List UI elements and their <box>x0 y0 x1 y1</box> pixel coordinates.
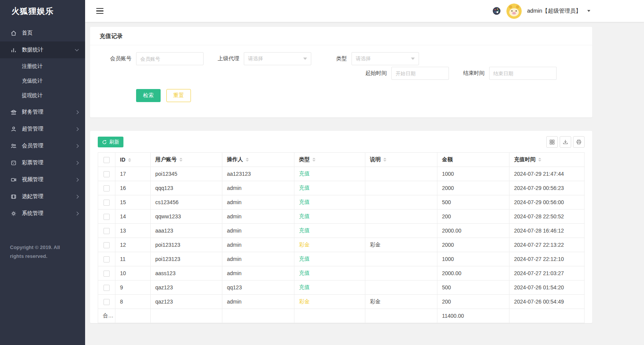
sidebar: 火狐狸娱乐 首页 数据统计 注册统计 充值统计 <box>0 0 85 345</box>
agent-select[interactable]: 请选择 <box>244 52 311 65</box>
cell-operator: admin <box>222 238 294 252</box>
cell-note <box>365 210 437 224</box>
cell-type: 彩金 <box>294 295 365 309</box>
filter-card: 充值记录 会员账号 上级代理 请选择 <box>90 27 592 117</box>
sort-icon[interactable] <box>312 158 315 162</box>
filter-row-1: 会员账号 上级代理 请选择 类型 <box>99 52 583 65</box>
chevron-down-icon <box>75 48 79 51</box>
current-user-label[interactable]: admin【超级管理员】 <box>527 7 581 15</box>
cell-time: 2024-07-29 21:47:44 <box>509 167 585 181</box>
row-select-cell <box>98 281 115 295</box>
cell-time: 2024-07-28 22:50:52 <box>509 210 585 224</box>
start-time-label: 起始时间 <box>355 70 391 77</box>
sidebar-item-concubine[interactable]: 选妃管理 <box>0 188 85 205</box>
sidebar-item-label: 数据统计 <box>22 46 43 53</box>
agent-label: 上级代理 <box>207 55 244 62</box>
cell-type: 充值 <box>294 167 365 181</box>
member-account-input[interactable] <box>136 52 204 65</box>
sidebar-item-system[interactable]: 系统管理 <box>0 205 85 222</box>
sidebar-item-members[interactable]: 会员管理 <box>0 137 85 154</box>
cell-note <box>365 181 437 195</box>
sidebar-submenu-data-stats: 注册统计 充值统计 提现统计 <box>0 58 85 104</box>
row-checkbox[interactable] <box>104 171 110 177</box>
sort-icon[interactable] <box>128 158 131 162</box>
table-toolbar: 刷新 <box>98 136 585 148</box>
cell-time: 2024-07-28 16:46:12 <box>509 224 585 238</box>
row-select-cell <box>98 266 115 281</box>
row-checkbox[interactable] <box>104 271 110 277</box>
col-header-operator[interactable]: 操作人 <box>222 153 294 167</box>
user-avatar[interactable] <box>506 3 522 19</box>
menu-toggle-icon[interactable] <box>95 7 104 15</box>
cell-operator: admin <box>222 181 294 195</box>
row-checkbox[interactable] <box>104 256 110 262</box>
select-all-checkbox[interactable] <box>104 157 110 163</box>
sidebar-item-label: 视频管理 <box>22 176 43 183</box>
cell-note <box>365 195 437 210</box>
row-checkbox[interactable] <box>104 242 110 248</box>
sidebar-item-lottery[interactable]: 彩票管理 <box>0 154 85 171</box>
sidebar-item-video[interactable]: 视频管理 <box>0 171 85 188</box>
cell-account: aass123 <box>151 266 222 281</box>
reset-button[interactable]: 重置 <box>166 89 191 102</box>
row-checkbox[interactable] <box>104 200 110 206</box>
table-row: 17 poi12345 aa123123 充值 1000 2024-07-29 … <box>98 167 585 181</box>
cell-type: 充值 <box>294 195 365 210</box>
col-header-amount: 金额 <box>437 153 509 167</box>
toggle-view-button[interactable] <box>546 136 558 148</box>
cell-operator: aa123123 <box>222 167 294 181</box>
chevron-down-icon <box>411 58 415 60</box>
row-checkbox[interactable] <box>104 299 110 305</box>
sidebar-menu: 首页 数据统计 注册统计 充值统计 提现统计 <box>0 22 85 222</box>
type-select[interactable]: 请选择 <box>352 52 419 65</box>
chevron-right-icon <box>75 211 79 215</box>
sidebar-item-home[interactable]: 首页 <box>0 25 85 41</box>
topbar-right: admin【超级管理员】 <box>492 3 590 19</box>
table-tools <box>546 136 585 148</box>
col-header-account[interactable]: 用户账号 <box>151 153 222 167</box>
sort-icon[interactable] <box>246 158 249 162</box>
app-logo: 火狐狸娱乐 <box>0 0 85 22</box>
col-header-time[interactable]: 充值时间 <box>509 153 585 167</box>
sidebar-item-label: 首页 <box>22 30 33 36</box>
sidebar-item-register-stats[interactable]: 注册统计 <box>0 59 85 74</box>
export-button[interactable] <box>560 136 571 148</box>
cell-time: 2024-07-26 00:54:49 <box>509 295 585 309</box>
table-footer-row: 合… 11400.00 <box>98 309 585 323</box>
cell-id: 12 <box>115 238 151 252</box>
sort-icon[interactable] <box>179 158 182 162</box>
sort-icon[interactable] <box>383 158 386 162</box>
sidebar-item-label: 会员管理 <box>22 142 43 149</box>
user-dropdown-caret-icon[interactable] <box>587 10 590 12</box>
refresh-button[interactable]: 刷新 <box>98 137 123 147</box>
cell-id: 11 <box>115 252 151 266</box>
search-button[interactable]: 检索 <box>136 89 161 102</box>
sidebar-item-finance[interactable]: 财务管理 <box>0 104 85 121</box>
col-header-id[interactable]: ID <box>115 153 151 167</box>
agent-select-value: 请选择 <box>248 55 263 62</box>
sidebar-item-withdraw-stats[interactable]: 提现统计 <box>0 88 85 103</box>
type-label: 类型 <box>315 55 352 62</box>
cell-operator: qq123 <box>222 281 294 295</box>
sort-icon[interactable] <box>538 158 541 162</box>
row-checkbox[interactable] <box>104 285 110 291</box>
cell-time: 2024-07-27 22:12:10 <box>509 252 585 266</box>
cell-note: 彩金 <box>365 295 437 309</box>
cell-type: 充值 <box>294 266 365 281</box>
end-date-input[interactable] <box>489 67 557 80</box>
cell-type: 充值 <box>294 224 365 238</box>
start-date-input[interactable] <box>391 67 449 80</box>
row-checkbox[interactable] <box>104 185 110 191</box>
col-header-type[interactable]: 类型 <box>294 153 365 167</box>
print-button[interactable] <box>573 136 585 148</box>
row-checkbox[interactable] <box>104 228 110 234</box>
sidebar-item-data-stats[interactable]: 数据统计 <box>0 41 85 58</box>
col-header-note[interactable]: 说明 <box>365 153 437 167</box>
sidebar-item-recharge-stats[interactable]: 充值统计 <box>0 74 85 88</box>
sidebar-item-superadmin[interactable]: 超管管理 <box>0 121 85 137</box>
users-icon <box>10 142 17 149</box>
row-checkbox[interactable] <box>104 214 110 220</box>
theme-palette-icon[interactable] <box>492 7 501 15</box>
grid-icon <box>549 139 555 145</box>
records-table: ID 用户账号 操作人 类型 说 <box>98 152 585 323</box>
